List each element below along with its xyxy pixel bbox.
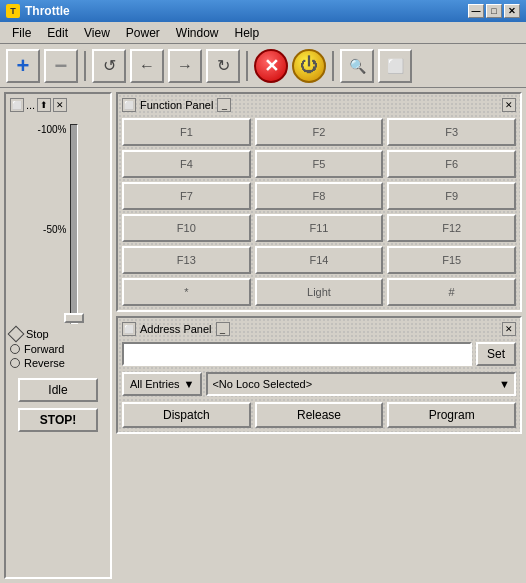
fn-button-f14[interactable]: F14: [255, 246, 384, 274]
fn-button-f6[interactable]: F6: [387, 150, 516, 178]
slider-label-50: -50%: [38, 224, 67, 235]
menu-help[interactable]: Help: [227, 24, 268, 42]
fn-button-f12[interactable]: F12: [387, 214, 516, 242]
slider-labels: -100% -50%: [38, 124, 67, 324]
stop-diamond: [8, 326, 25, 343]
idle-button[interactable]: Idle: [18, 378, 98, 402]
speed-slider-area: -100% -50%: [38, 124, 79, 324]
emergency-stop-button[interactable]: ✕: [254, 49, 288, 83]
address-panel: ⬜ Address Panel _ ✕ Set All Entries ▼ <N…: [116, 316, 522, 434]
menu-bar: File Edit View Power Window Help: [0, 22, 526, 44]
divider-2: [246, 51, 248, 81]
add-button[interactable]: +: [6, 49, 40, 83]
fn-button-f2[interactable]: F2: [255, 118, 384, 146]
forward-radio[interactable]: [10, 344, 20, 354]
function-panel-minimize[interactable]: _: [217, 98, 231, 112]
forward-label: Forward: [24, 343, 64, 355]
address-panel-header: ⬜ Address Panel _ ✕: [122, 322, 516, 336]
menu-window[interactable]: Window: [168, 24, 227, 42]
throttle-restore-button[interactable]: ⬆: [37, 98, 51, 112]
forward-radio-row[interactable]: Forward: [10, 343, 106, 355]
menu-view[interactable]: View: [76, 24, 118, 42]
fn-button-light[interactable]: Light: [255, 278, 384, 306]
speed-slider-track[interactable]: [70, 124, 78, 324]
estop-button[interactable]: STOP!: [18, 408, 98, 432]
function-buttons-grid: F1 F2 F3 F4 F5 F6 F7 F8 F9 F10 F11 F12 F…: [122, 118, 516, 306]
loco-selector-row: All Entries ▼ <No Loco Selected> ▼: [122, 372, 516, 396]
window-controls: — □ ✕: [468, 4, 520, 18]
all-entries-button[interactable]: All Entries ▼: [122, 372, 202, 396]
menu-power[interactable]: Power: [118, 24, 168, 42]
address-input-row: Set: [122, 342, 516, 366]
direction-area: Stop Forward Reverse: [10, 324, 106, 375]
throttle-header: ⬜ ... ⬆ ✕: [10, 98, 106, 112]
all-entries-dropdown-icon: ▼: [184, 378, 195, 390]
fn-button-f7[interactable]: F7: [122, 182, 251, 210]
fn-button-f4[interactable]: F4: [122, 150, 251, 178]
search-button[interactable]: 🔍: [340, 49, 374, 83]
stop-label: Stop: [26, 328, 49, 340]
fn-button-f8[interactable]: F8: [255, 182, 384, 210]
reverse-radio[interactable]: [10, 358, 20, 368]
fn-button-hash[interactable]: #: [387, 278, 516, 306]
address-panel-icon: ⬜: [122, 322, 136, 336]
address-panel-close[interactable]: ✕: [502, 322, 516, 336]
fn-button-f5[interactable]: F5: [255, 150, 384, 178]
slider-label-100: -100%: [38, 124, 67, 135]
release-button[interactable]: Release: [255, 402, 384, 428]
loco-dropdown[interactable]: <No Loco Selected> ▼: [206, 372, 516, 396]
function-panel-header: ⬜ Function Panel _ ✕: [122, 98, 516, 112]
function-panel-close[interactable]: ✕: [502, 98, 516, 112]
all-entries-label: All Entries: [130, 378, 180, 390]
function-panel-title: Function Panel: [140, 99, 213, 111]
function-panel: ⬜ Function Panel _ ✕ F1 F2 F3 F4 F5 F6 F…: [116, 92, 522, 312]
fn-button-f10[interactable]: F10: [122, 214, 251, 242]
divider-3: [332, 51, 334, 81]
reverse-radio-row[interactable]: Reverse: [10, 357, 106, 369]
app-title: Throttle: [25, 4, 468, 18]
fn-button-f3[interactable]: F3: [387, 118, 516, 146]
address-panel-title: Address Panel: [140, 323, 212, 335]
title-bar: T Throttle — □ ✕: [0, 0, 526, 22]
maximize-button[interactable]: □: [486, 4, 502, 18]
minimize-button[interactable]: —: [468, 4, 484, 18]
loco-dropdown-arrow: ▼: [499, 378, 510, 390]
undo-button[interactable]: ↺: [92, 49, 126, 83]
fn-button-f13[interactable]: F13: [122, 246, 251, 274]
function-panel-icon: ⬜: [122, 98, 136, 112]
forward-button[interactable]: →: [168, 49, 202, 83]
throttle-panel: ⬜ ... ⬆ ✕ -100% -50% Stop: [4, 92, 112, 579]
power-button[interactable]: ⏻: [292, 49, 326, 83]
set-button[interactable]: Set: [476, 342, 516, 366]
fn-button-f9[interactable]: F9: [387, 182, 516, 210]
address-input[interactable]: [122, 342, 472, 366]
remove-button[interactable]: −: [44, 49, 78, 83]
throttle-header-label: ...: [26, 99, 35, 111]
right-panels: ⬜ Function Panel _ ✕ F1 F2 F3 F4 F5 F6 F…: [116, 92, 522, 579]
app-icon: T: [6, 4, 20, 18]
action-buttons-row: Dispatch Release Program: [122, 402, 516, 428]
dispatch-button[interactable]: Dispatch: [122, 402, 251, 428]
reverse-label: Reverse: [24, 357, 65, 369]
back-button[interactable]: ←: [130, 49, 164, 83]
fn-button-f1[interactable]: F1: [122, 118, 251, 146]
throttle-header-icon: ⬜: [10, 98, 24, 112]
main-area: ⬜ ... ⬆ ✕ -100% -50% Stop: [0, 88, 526, 583]
toolbar: + − ↺ ← → ↻ ✕ ⏻ 🔍 ⬜: [0, 44, 526, 88]
menu-file[interactable]: File: [4, 24, 39, 42]
address-panel-minimize[interactable]: _: [216, 322, 230, 336]
slider-track-container: [70, 124, 78, 324]
layout-button[interactable]: ⬜: [378, 49, 412, 83]
loco-selected-label: <No Loco Selected>: [212, 378, 312, 390]
stop-indicator: Stop: [10, 328, 106, 340]
fn-button-f11[interactable]: F11: [255, 214, 384, 242]
close-button[interactable]: ✕: [504, 4, 520, 18]
fn-button-f15[interactable]: F15: [387, 246, 516, 274]
fn-button-star[interactable]: *: [122, 278, 251, 306]
menu-edit[interactable]: Edit: [39, 24, 76, 42]
divider-1: [84, 51, 86, 81]
throttle-close-button[interactable]: ✕: [53, 98, 67, 112]
speed-slider-handle[interactable]: [64, 313, 84, 323]
redo-button[interactable]: ↻: [206, 49, 240, 83]
program-button[interactable]: Program: [387, 402, 516, 428]
